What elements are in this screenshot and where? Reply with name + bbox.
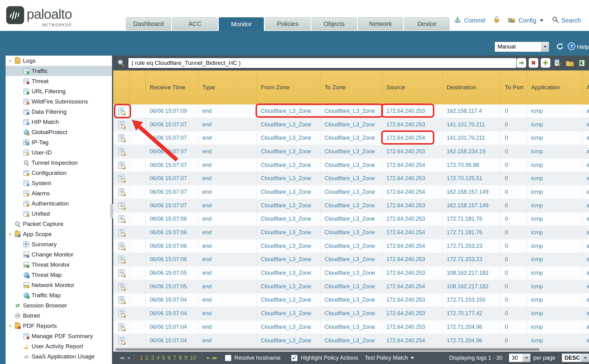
from-zone-cell[interactable]: Cloudflare_L3_Zone xyxy=(257,334,320,347)
tab-monitor[interactable]: Monitor xyxy=(219,17,264,31)
source-cell[interactable]: 172.64.240.253 xyxy=(382,266,443,280)
page-number-6[interactable]: 6 xyxy=(168,355,171,361)
log-detail-button[interactable] xyxy=(113,213,130,226)
to-port-cell[interactable]: 0 xyxy=(501,320,527,334)
to-port-cell[interactable]: 0 xyxy=(501,280,527,294)
last-page-button[interactable]: ▶▶ xyxy=(211,356,218,360)
per-page-dropdown-button[interactable] xyxy=(523,353,531,362)
lock-icon[interactable] xyxy=(493,16,500,25)
from-zone-cell[interactable]: Cloudflare_L3_Zone xyxy=(257,118,320,132)
sidebar-item-tunnel-inspection[interactable]: Tunnel Inspection xyxy=(6,158,112,168)
application-cell[interactable]: icmp xyxy=(527,104,583,118)
type-cell[interactable]: end xyxy=(198,159,257,172)
to-zone-cell[interactable]: Cloudflare_L3_Zone xyxy=(320,131,382,145)
to-zone-cell[interactable]: Cloudflare_L3_Zone xyxy=(320,226,382,239)
to-zone-cell[interactable]: Cloudflare_L3_Zone xyxy=(320,280,382,294)
destination-cell[interactable]: 172.71.204.96 xyxy=(443,334,501,347)
sort-order-dropdown-button[interactable] xyxy=(582,353,589,362)
destination-cell[interactable]: 141.101.70.211 xyxy=(443,131,501,145)
sidebar-item-traffic[interactable]: Traffic xyxy=(6,66,112,76)
sidebar-item-url-filtering[interactable]: URL Filtering xyxy=(6,86,112,96)
search-button[interactable]: Search xyxy=(561,17,581,24)
application-cell[interactable]: icmp xyxy=(527,159,583,172)
sidebar-item-pdf-reports[interactable]: ▼ PDF Reports xyxy=(6,321,112,331)
column-header-destination[interactable]: Destination xyxy=(443,70,501,104)
type-cell[interactable]: end xyxy=(198,104,257,118)
application-cell[interactable]: icmp xyxy=(527,226,583,239)
action-cell[interactable]: a xyxy=(583,294,589,307)
page-number-7[interactable]: 7 xyxy=(173,355,176,361)
saved-filters-folder-icon[interactable] xyxy=(565,58,574,68)
page-number-4[interactable]: 4 xyxy=(157,355,160,361)
sidebar-item-network-monitor[interactable]: Network Monitor xyxy=(6,280,112,290)
log-detail-button[interactable] xyxy=(113,145,130,159)
from-zone-cell[interactable]: Cloudflare_L3_Zone xyxy=(257,239,320,253)
application-cell[interactable]: icmp xyxy=(527,334,583,347)
log-detail-button[interactable] xyxy=(113,334,130,347)
log-detail-button[interactable] xyxy=(113,131,130,145)
source-cell[interactable]: 172.64.240.253 xyxy=(382,253,443,267)
application-cell[interactable]: icmp xyxy=(527,199,583,213)
sidebar-item-packet-capture[interactable]: Packet Capture xyxy=(6,219,112,229)
source-cell[interactable]: 172.64.240.253 xyxy=(382,320,443,334)
sidebar-item-manage-pdf-summary[interactable]: Manage PDF Summary xyxy=(6,331,112,341)
sidebar-item-wildfire-submissions[interactable]: WildFire Submissions xyxy=(6,96,112,107)
log-detail-button[interactable] xyxy=(113,239,130,253)
page-number-8[interactable]: 8 xyxy=(179,355,182,361)
to-port-cell[interactable]: 0 xyxy=(501,239,527,253)
from-zone-cell[interactable]: Cloudflare_L3_Zone xyxy=(257,294,320,307)
expander-icon[interactable]: ▼ xyxy=(6,232,15,236)
to-port-cell[interactable]: 0 xyxy=(501,266,527,280)
log-detail-button[interactable] xyxy=(113,226,130,239)
to-port-cell[interactable]: 0 xyxy=(501,199,527,213)
to-port-cell[interactable]: 0 xyxy=(501,172,527,185)
action-cell[interactable]: a xyxy=(583,172,589,185)
column-header-application[interactable]: Application xyxy=(527,70,583,104)
next-page-button[interactable]: ▶ xyxy=(205,356,211,360)
resolve-hostname-option[interactable]: Resolve hostname xyxy=(225,355,281,361)
sidebar-item-alarms[interactable]: Alarms xyxy=(6,188,112,198)
to-port-cell[interactable]: 0 xyxy=(501,131,527,145)
sidebar-item-configuration[interactable]: Configuration xyxy=(6,168,112,178)
application-cell[interactable]: icmp xyxy=(527,213,583,226)
to-port-cell[interactable]: 0 xyxy=(501,145,527,159)
sidebar-item-threat-map[interactable]: Threat Map xyxy=(6,270,112,280)
source-cell[interactable]: 172.64.240.254 xyxy=(382,159,443,172)
application-cell[interactable]: icmp xyxy=(527,131,583,145)
to-zone-cell[interactable]: Cloudflare_L3_Zone xyxy=(320,104,382,118)
commit-button[interactable]: Commit xyxy=(464,17,485,24)
sidebar-item-session-browser[interactable]: ⇄ Session Browser xyxy=(6,300,112,311)
destination-cell[interactable]: 108.162.217.182 xyxy=(443,280,501,294)
destination-cell[interactable]: 172.70.125.51 xyxy=(443,172,501,185)
tab-network[interactable]: Network xyxy=(358,17,403,30)
export-icon[interactable] xyxy=(577,58,587,68)
highlight-policy-option[interactable]: ✔ Highlight Policy Actions xyxy=(291,355,358,361)
expander-icon[interactable]: ▼ xyxy=(6,324,15,328)
to-zone-cell[interactable]: Cloudflare_L3_Zone xyxy=(320,334,382,347)
to-zone-cell[interactable]: Cloudflare_L3_Zone xyxy=(320,239,382,253)
action-cell[interactable]: a xyxy=(583,159,589,172)
sidebar-item-unified[interactable]: Unified xyxy=(6,209,112,219)
action-cell[interactable]: a xyxy=(583,145,589,159)
source-cell[interactable]: 172.64.240.254 xyxy=(382,334,443,347)
sidebar-item-system[interactable]: System xyxy=(6,178,112,188)
action-cell[interactable]: a xyxy=(583,226,589,239)
source-cell[interactable]: 172.64.240.253 xyxy=(382,294,443,307)
to-zone-cell[interactable]: Cloudflare_L3_Zone xyxy=(320,185,382,199)
column-header-source[interactable]: Source xyxy=(382,70,443,104)
type-cell[interactable]: end xyxy=(198,294,257,307)
type-cell[interactable]: end xyxy=(198,239,257,253)
to-zone-cell[interactable]: Cloudflare_L3_Zone xyxy=(320,294,382,307)
type-cell[interactable]: end xyxy=(198,131,257,145)
log-detail-button[interactable] xyxy=(113,320,130,334)
action-cell[interactable]: a xyxy=(583,185,589,199)
page-number-2[interactable]: 2 xyxy=(145,355,148,361)
log-detail-button[interactable] xyxy=(113,199,130,213)
sidebar-item-botnet[interactable]: Botnet xyxy=(6,311,112,321)
destination-cell[interactable]: 162.158.157.149 xyxy=(443,199,501,213)
source-cell[interactable]: 172.64.240.254 xyxy=(382,239,443,253)
from-zone-cell[interactable]: Cloudflare_L3_Zone xyxy=(257,253,320,267)
tab-acc[interactable]: ACC xyxy=(172,17,217,30)
column-header-a[interactable]: A xyxy=(583,70,589,104)
page-number-3[interactable]: 3 xyxy=(151,355,154,361)
